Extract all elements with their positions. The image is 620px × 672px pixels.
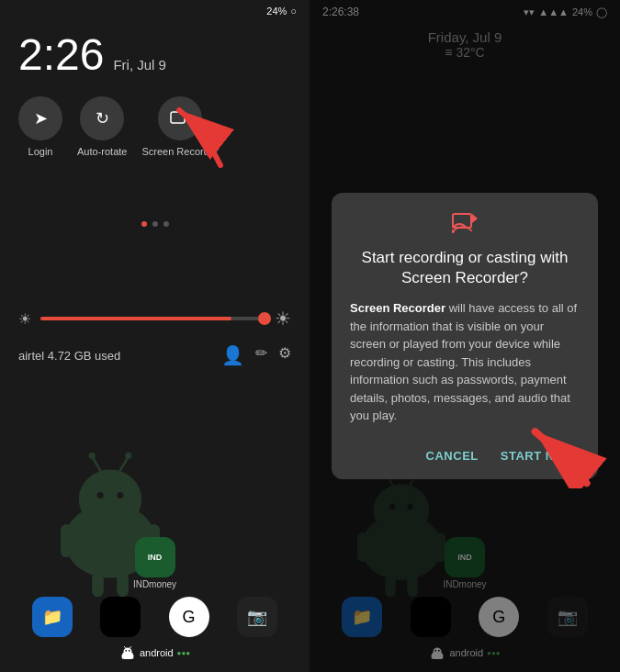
tile-login[interactable]: ➤ Login	[18, 96, 62, 157]
app-play-left[interactable]: ▶	[100, 597, 141, 637]
dialog-overlay: Start recording or casting with Screen R…	[310, 0, 620, 672]
clock-display: 2:26 Fri, Jul 9	[0, 20, 310, 80]
clock-date: Fri, Jul 9	[113, 57, 166, 73]
svg-line-20	[130, 646, 131, 648]
quick-tiles: ➤ Login ↻ Auto-rotate Screen Recorder	[0, 80, 310, 166]
svg-point-4	[79, 470, 141, 530]
storage-info: airtel 4.72 GB used 👤 ✏ ⚙	[0, 339, 310, 375]
brightness-fill	[40, 317, 231, 320]
settings-icon[interactable]: ⚙	[278, 344, 291, 366]
app-google-left[interactable]: G	[169, 597, 209, 637]
dialog-body-bold: Screen Recorder	[350, 301, 445, 315]
tile-autorotate[interactable]: ↻ Auto-rotate	[77, 96, 127, 157]
right-panel: 2:26:38 ▾▾ ▲▲▲ 24% ◯ Friday, Jul 9 ≡ 32°…	[310, 0, 620, 672]
dot-1	[141, 221, 147, 227]
tile-recorder-icon	[158, 96, 202, 140]
battery-text-left: 24%	[266, 6, 287, 17]
svg-point-10	[125, 453, 131, 459]
storage-action-icons[interactable]: 👤 ✏ ⚙	[221, 344, 291, 366]
svg-rect-21	[122, 655, 124, 659]
svg-point-6	[117, 492, 123, 498]
svg-marker-39	[472, 214, 478, 223]
tile-login-icon: ➤	[18, 96, 62, 140]
svg-rect-0	[171, 112, 185, 123]
indmoney-label-left: INDmoney	[133, 579, 176, 589]
android-text-left: android	[140, 647, 174, 658]
dock-left: 📁 ▶ G 📷	[9, 593, 300, 641]
svg-point-18	[129, 650, 130, 652]
tile-screen-recorder[interactable]: Screen Recorder	[141, 96, 218, 157]
svg-point-17	[125, 650, 127, 652]
brightness-bar[interactable]	[40, 317, 265, 320]
brightness-thumb	[258, 312, 271, 325]
svg-point-8	[89, 453, 96, 459]
tile-autorotate-icon: ↻	[80, 96, 124, 140]
svg-point-5	[97, 492, 104, 498]
brightness-control[interactable]: ☀ ☀	[0, 234, 310, 339]
dialog-cast-icon	[350, 211, 580, 239]
indmoney-icon-left: IND	[135, 537, 175, 577]
status-bar-left: 24% ○	[0, 0, 310, 20]
app-camera-left[interactable]: 📷	[237, 597, 277, 637]
app-indmoney-left[interactable]: IND INDmoney	[133, 537, 176, 589]
svg-rect-22	[131, 655, 133, 659]
svg-line-19	[124, 646, 126, 648]
dialog-body-text: will have access to all of the informati…	[350, 301, 577, 422]
avatar-icon: 👤	[221, 344, 244, 366]
dot-2	[152, 221, 158, 227]
page-dots	[0, 166, 310, 234]
storage-text: airtel 4.72 GB used	[18, 349, 120, 363]
brightness-low-icon: ☀	[18, 310, 31, 328]
tile-autorotate-label: Auto-rotate	[77, 146, 127, 157]
app-files-left[interactable]: 📁	[32, 597, 73, 637]
start-now-button[interactable]: START NOW	[497, 443, 580, 468]
tile-login-label: Login	[28, 146, 53, 157]
android-dots-left: ●●●	[177, 649, 191, 657]
dot-3	[163, 221, 169, 227]
clock-time: 2:26	[18, 29, 104, 80]
dialog-body: Screen Recorder will have access to all …	[350, 299, 580, 425]
battery-icon-left: ○	[290, 6, 297, 17]
brightness-high-icon: ☀	[275, 308, 291, 330]
screen-recorder-dialog: Start recording or casting with Screen R…	[332, 193, 598, 479]
dialog-title: Start recording or casting with Screen R…	[350, 248, 580, 288]
left-panel: 24% ○ 2:26 Fri, Jul 9 ➤ Login ↻ Auto-rot…	[0, 0, 310, 672]
edit-icon[interactable]: ✏	[255, 344, 267, 366]
cancel-button[interactable]: CANCEL	[423, 443, 482, 468]
home-bottom-left: IND INDmoney 📁 ▶ G 📷 android	[0, 524, 310, 672]
app-row-left: IND INDmoney	[9, 533, 300, 593]
tile-recorder-label: Screen Recorder	[141, 146, 218, 157]
status-icons-left: 24% ○	[266, 6, 297, 17]
svg-point-16	[123, 648, 131, 655]
android-logo-left: android ●●●	[9, 641, 300, 663]
dialog-buttons: CANCEL START NOW	[350, 440, 580, 468]
